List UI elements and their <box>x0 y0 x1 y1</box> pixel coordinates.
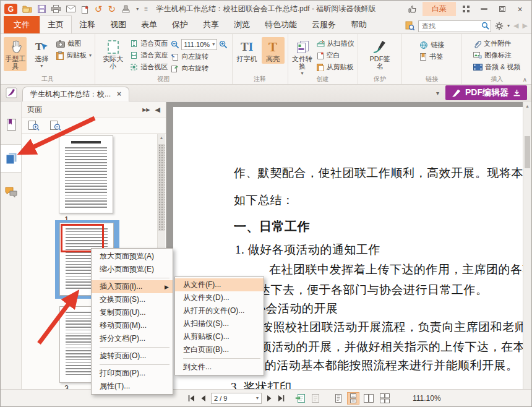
tab-features[interactable]: 特色功能 <box>257 16 304 33</box>
from-scanner-button[interactable]: 从扫描仪 <box>317 38 354 49</box>
fit-width-button[interactable]: 适合宽度 <box>130 50 168 61</box>
minimize-button[interactable] <box>476 4 492 15</box>
submenu-item-from-open-file[interactable]: 从打开的文件(O)... <box>175 304 264 317</box>
enlarge-thumbnail-icon[interactable] <box>28 120 40 131</box>
find-next-icon[interactable]: ▶ <box>523 22 528 30</box>
stamp-tool-icon[interactable] <box>121 4 131 14</box>
submenu-item-from-folder[interactable]: 从文件夹(D)... <box>175 291 264 304</box>
highlight-button[interactable]: T 高亮 <box>262 37 285 64</box>
thumbnail-scroll-up-icon[interactable]: ▲ <box>158 135 165 140</box>
pages-panel-button[interactable] <box>1 144 22 173</box>
rotate-left-button[interactable]: 向左旋转 <box>171 51 228 62</box>
toolbar-dropdown-icon[interactable]: ▾ <box>436 90 439 96</box>
menu-item-swap-pages[interactable]: 交换页面(S)... <box>92 293 173 306</box>
page-number-combobox[interactable]: 2 / 9▾ <box>211 393 262 404</box>
tab-cloud[interactable]: 云服务 <box>304 16 343 33</box>
tab-home[interactable]: 主页 <box>40 15 72 33</box>
customize-toolbar-icon[interactable]: ≡ <box>144 4 148 14</box>
tab-comment[interactable]: 注释 <box>72 16 103 33</box>
file-attachment-button[interactable]: 文件附件 <box>473 38 520 49</box>
select-button[interactable]: T 选择 ▾ <box>30 37 53 71</box>
blank-page-button[interactable]: 空白 <box>317 50 354 61</box>
submenu-item-from-scanner[interactable]: 从扫描仪(S)... <box>175 317 264 330</box>
menu-item-split-document[interactable]: 拆分文档(P)... <box>92 332 173 345</box>
like-icon[interactable] <box>405 4 420 15</box>
clipboard-button[interactable]: 剪贴板 ▾ <box>56 50 92 61</box>
from-clipboard-button[interactable]: 从剪贴板 <box>317 62 354 72</box>
document-scrollbar-thumb[interactable] <box>525 136 530 168</box>
menu-item-enlarge-preview[interactable]: 放大页面预览(A) <box>92 250 173 263</box>
tab-form[interactable]: 表单 <box>134 16 165 33</box>
document-scroll-up-icon[interactable]: ▲ <box>523 104 531 108</box>
print-icon[interactable] <box>51 4 61 14</box>
previous-view-button[interactable] <box>295 392 306 405</box>
restore-button[interactable] <box>494 4 510 15</box>
image-annotation-button[interactable]: 图像标注 <box>473 50 520 61</box>
menu-item-insert-pages[interactable]: 插入页面(I)...▶ <box>92 280 173 293</box>
document-tab[interactable]: 学生机构工作总结：校... × <box>22 87 129 101</box>
facing-layout-button[interactable] <box>362 392 375 405</box>
bookmarks-panel-button[interactable] <box>1 118 21 132</box>
screenshot-button[interactable]: 截图 <box>56 38 92 49</box>
foxit-pen-logo-icon[interactable] <box>6 87 17 98</box>
close-button[interactable]: × <box>512 4 528 15</box>
bookmark-button[interactable]: 书签 <box>419 51 444 62</box>
submenu-item-to-file[interactable]: 到文件... <box>175 361 264 374</box>
open-folder-icon[interactable] <box>22 4 32 14</box>
find-doc-icon[interactable] <box>405 21 414 30</box>
actual-size-button[interactable]: 实际大小 <box>99 37 127 71</box>
fit-visible-button[interactable]: 适合视区 <box>130 62 168 72</box>
find-prev-icon[interactable]: ◀ <box>513 22 518 30</box>
typewriter-button[interactable]: TI 打字机 <box>236 37 259 64</box>
menu-item-rotate-pages[interactable]: 旋转页面(O)... <box>92 349 173 362</box>
tab-help[interactable]: 帮助 <box>343 16 374 33</box>
reduce-thumbnail-icon[interactable] <box>49 120 61 131</box>
save-icon[interactable] <box>38 4 46 14</box>
link-button[interactable]: 链接 <box>419 40 444 50</box>
comments-panel-button[interactable] <box>1 186 21 199</box>
submenu-item-from-file[interactable]: 从文件(F)... <box>175 278 264 291</box>
single-page-layout-button[interactable] <box>332 392 345 405</box>
gear-dropdown-icon[interactable]: ▾ <box>507 23 510 28</box>
collapse-ribbon-icon[interactable]: ∧ <box>523 76 527 83</box>
pdf-sign-button[interactable]: PDF签名 <box>366 37 393 71</box>
search-input[interactable] <box>418 20 491 32</box>
menu-item-print-pages[interactable]: 打印页面(P)... <box>92 367 173 380</box>
pdf-editor-button[interactable]: PDF编辑器 <box>445 85 527 100</box>
submenu-item-blank-page[interactable]: 空白页面(B)... <box>175 343 264 356</box>
tab-file[interactable]: 文件 <box>4 16 40 33</box>
rotate-right-button[interactable]: 向右旋转 <box>171 63 228 74</box>
previous-page-button[interactable] <box>200 392 206 405</box>
gear-icon[interactable] <box>495 22 504 30</box>
convert-file-button[interactable]: 文件转换 ▾ <box>291 37 314 79</box>
menu-item-properties[interactable]: 属性(T)... <box>92 380 173 393</box>
foxit-logo-icon[interactable]: G <box>4 4 17 14</box>
tab-protect[interactable]: 保护 <box>165 16 195 33</box>
submenu-item-from-clipboard[interactable]: 从剪贴板(C)... <box>175 330 264 343</box>
undo-icon[interactable]: ↺ <box>95 4 103 14</box>
zoom-level-combobox[interactable]: 111.10%▾ <box>181 39 217 50</box>
tab-view[interactable]: 视图 <box>103 16 134 33</box>
redo-icon[interactable]: ↻ <box>108 4 116 14</box>
menu-item-reduce-preview[interactable]: 缩小页面预览(E) <box>92 263 173 276</box>
menu-item-move-pages[interactable]: 移动页面(M)... <box>92 319 173 332</box>
tab-close-icon[interactable]: × <box>117 90 121 98</box>
tab-share[interactable]: 共享 <box>195 16 226 33</box>
email-icon[interactable] <box>66 4 75 14</box>
panel-expand-icon[interactable]: ▶▶ <box>142 107 150 113</box>
zoom-out-icon[interactable] <box>171 40 179 49</box>
next-view-button[interactable] <box>311 392 321 405</box>
panel-collapse-icon[interactable]: ◀ <box>155 106 160 114</box>
thumbnail-scrollbar-thumb[interactable] <box>158 144 165 231</box>
fullscreen-toggle-icon[interactable] <box>458 4 474 15</box>
tab-browse[interactable]: 浏览 <box>226 16 257 33</box>
continuous-facing-layout-button[interactable] <box>378 392 392 405</box>
first-page-button[interactable] <box>187 392 195 405</box>
document-scrollbar[interactable]: ▲ <box>523 102 531 389</box>
new-document-icon[interactable] <box>81 4 89 14</box>
fit-page-button[interactable]: 适合页面 <box>130 38 168 49</box>
menu-item-copy-pages[interactable]: 复制页面(U)... <box>92 306 173 319</box>
audio-video-button[interactable]: 音频 & 视频 <box>473 62 520 72</box>
next-page-button[interactable] <box>267 392 272 405</box>
stamp-dropdown-icon[interactable]: ▾ <box>136 4 139 14</box>
